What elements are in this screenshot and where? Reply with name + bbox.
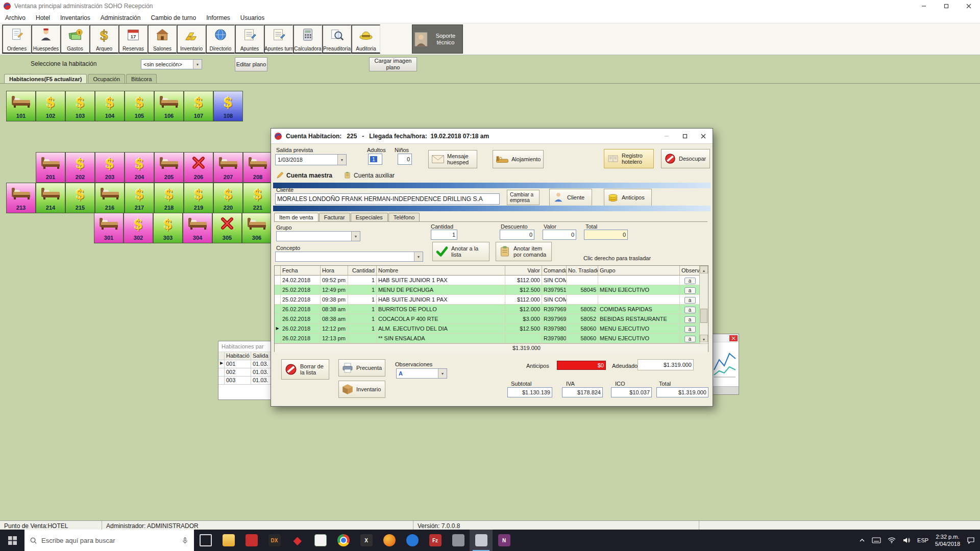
scroll-up-icon[interactable]	[700, 266, 708, 273]
anotar-lista-button[interactable]: Anotar a la lista	[432, 242, 489, 261]
wifi-icon[interactable]	[888, 537, 896, 543]
main-tab[interactable]: Habitaciones(F5 actualizar)	[4, 74, 87, 83]
column-header[interactable]: Nombre	[377, 266, 505, 276]
menu-item[interactable]: Hotel	[31, 14, 55, 21]
taskbar-app-icon[interactable]	[217, 530, 240, 551]
room-cell[interactable]: 213	[6, 183, 36, 213]
room-cell[interactable]: 206	[184, 152, 213, 183]
taskbar-app-icon[interactable]: ◆	[286, 530, 309, 551]
inventario-button[interactable]: Inventario	[338, 381, 385, 398]
room-cell[interactable]: 103	[65, 91, 95, 121]
column-header[interactable]: Observacion	[680, 266, 700, 276]
room-cell[interactable]: 105	[125, 91, 154, 121]
room-cell[interactable]: 106	[154, 91, 184, 121]
table-row[interactable]: 26.02.2018 12:13 pm ** SIN ENSALADA R397…	[275, 334, 708, 343]
room-cell[interactable]: 304	[183, 213, 212, 243]
taskbar-app-icon[interactable]	[447, 530, 470, 551]
salida-date-combo[interactable]: 1/03/2018	[275, 154, 347, 165]
sale-tab[interactable]: Teléfono	[388, 213, 420, 221]
room-cell[interactable]: 205	[154, 152, 184, 183]
taskbar-app-icon[interactable]	[378, 530, 401, 551]
room-cell[interactable]: 216	[95, 183, 125, 213]
table-row[interactable]: 24.02.2018 09:52 pm 1 HAB SUITE JUNIOR 1…	[275, 276, 708, 285]
alojamiento-button[interactable]: Alojamiento	[493, 150, 544, 168]
cliente-button[interactable]: Cliente	[549, 189, 592, 206]
sale-tab[interactable]: Facturar	[319, 213, 350, 221]
observation-button[interactable]: a	[684, 336, 696, 342]
sale-tab[interactable]: Especiales	[351, 213, 388, 221]
toolbar-button[interactable]: Gastos	[60, 24, 89, 54]
chevron-down-icon[interactable]	[414, 252, 423, 261]
taskbar-app-icon[interactable]	[309, 530, 332, 551]
room-cell[interactable]: 104	[95, 91, 125, 121]
column-header[interactable]: Comanda	[542, 266, 567, 276]
close-button[interactable]	[729, 335, 738, 341]
observation-button[interactable]: a	[684, 307, 696, 313]
table-row[interactable]: 25.02.2018 09:38 pm 1 HAB SUITE JUNIOR 1…	[275, 295, 708, 305]
anticipos-button[interactable]: Anticipos	[604, 189, 652, 206]
chevron-down-icon[interactable]	[351, 232, 360, 241]
taskbar-app-icon[interactable]	[332, 530, 355, 551]
room-cell[interactable]: 101	[6, 91, 36, 121]
room-cell[interactable]: 219	[184, 183, 213, 213]
room-cell[interactable]: 303	[153, 213, 183, 243]
table-row[interactable]: ▶ 26.02.2018 12:12 pm 1 ALM. EJECUTIVO D…	[275, 324, 708, 334]
toolbar-button[interactable]: Ordenes	[2, 24, 31, 54]
observation-button[interactable]: a	[684, 316, 696, 323]
menu-item[interactable]: Cambio de turno	[145, 14, 201, 21]
sale-tab[interactable]: Item de venta	[274, 213, 318, 221]
minimize-button[interactable]	[657, 129, 676, 144]
room-cell[interactable]: 221	[243, 183, 273, 213]
menu-item[interactable]: Archivo	[0, 14, 31, 21]
registro-hotelero-button[interactable]: Registro hotelero	[604, 149, 654, 168]
toolbar-button[interactable]: Arqueo	[89, 24, 118, 54]
room-cell[interactable]: 204	[125, 152, 154, 183]
menu-item[interactable]: Usuarios	[235, 14, 270, 21]
toolbar-button[interactable]: Auditoria	[351, 24, 380, 54]
toolbar-button[interactable]: Inventario	[177, 24, 206, 54]
load-plan-image-button[interactable]: Cargar imagen plano	[369, 57, 417, 71]
toolbar-button[interactable]: Salones	[148, 24, 177, 54]
taskbar-app-icon[interactable]	[401, 530, 424, 551]
toolbar-button[interactable]: Apuntes	[235, 24, 264, 54]
anotar-comanda-button[interactable]: Anotar item por comanda	[496, 242, 552, 261]
room-cell[interactable]: 306	[242, 213, 272, 243]
menu-item[interactable]: Informes	[201, 14, 235, 21]
support-button[interactable]: Soporte técnico	[412, 24, 463, 54]
total-field[interactable]: 0	[584, 230, 628, 240]
room-cell[interactable]: 201	[36, 152, 65, 183]
descuento-field[interactable]: 0	[500, 230, 534, 240]
minimize-button[interactable]	[913, 0, 935, 12]
menu-item[interactable]: Inventarios	[55, 14, 95, 21]
room-select-combo[interactable]: <sin selección>	[141, 59, 202, 69]
column-header[interactable]: Fecha	[281, 266, 321, 276]
keyboard-icon[interactable]	[872, 537, 881, 543]
clock[interactable]: 2:32 p.m. 5/04/2018	[935, 533, 960, 548]
close-button[interactable]	[958, 0, 980, 12]
observaciones-combo[interactable]: A	[396, 368, 447, 379]
speaker-icon[interactable]	[902, 537, 911, 544]
taskbar-app-icon[interactable]	[470, 530, 493, 551]
valor-field[interactable]: 0	[543, 230, 576, 240]
toolbar-button[interactable]: Reservas	[118, 24, 148, 54]
column-header[interactable]: No. Traslado	[567, 266, 598, 276]
toolbar-button[interactable]: Calculadora	[293, 24, 322, 54]
account-tab[interactable]: Cuenta maestra	[274, 171, 334, 179]
observation-button[interactable]: a	[684, 278, 696, 284]
toolbar-button[interactable]: Huespedes	[31, 24, 60, 54]
start-button[interactable]	[0, 530, 24, 551]
room-cell[interactable]: 102	[36, 91, 65, 121]
background-window-chart[interactable]	[709, 334, 739, 395]
borrar-lista-button[interactable]: Borrar de la lista	[281, 359, 329, 380]
room-cell[interactable]: 218	[154, 183, 184, 213]
chevron-down-icon[interactable]	[438, 369, 447, 378]
taskbar-app-icon[interactable]: Fz	[424, 530, 447, 551]
ninos-field[interactable]: 0	[398, 154, 412, 165]
table-row[interactable]: 25.02.2018 12:49 pm 1 MENU DE PECHUGA $1…	[275, 285, 708, 295]
toolbar-button[interactable]: Directorio	[206, 24, 235, 54]
language-indicator[interactable]: ESP	[917, 537, 928, 543]
column-header[interactable]: Grupo	[598, 266, 680, 276]
taskbar-app-icon[interactable]: N	[493, 530, 516, 551]
room-cell[interactable]: 202	[65, 152, 95, 183]
table-row[interactable]: 26.02.2018 08:38 am 1 BURRITOS DE POLLO …	[275, 305, 708, 314]
